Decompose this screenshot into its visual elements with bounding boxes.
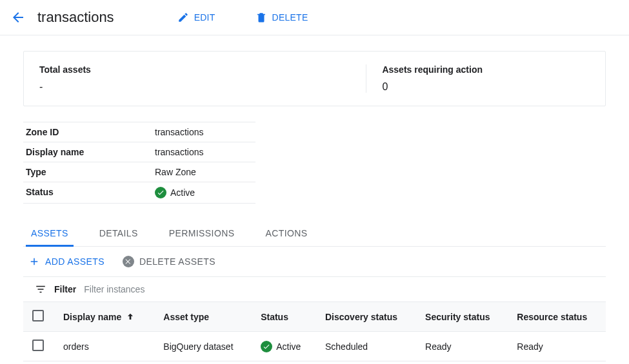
page-header: transactions EDIT DELETE (0, 0, 629, 35)
meta-key: Status (26, 187, 155, 198)
meta-val: Raw Zone (155, 167, 196, 177)
col-discovery-status[interactable]: Discovery status (316, 302, 416, 332)
add-assets-button[interactable]: ADD ASSETS (28, 256, 105, 267)
row-select-cell (23, 332, 54, 361)
col-display-name[interactable]: Display name (54, 302, 154, 332)
cell-status: Active (252, 332, 316, 361)
filter-icon (35, 283, 46, 295)
cell-discovery-status: Scheduled (316, 332, 416, 361)
edit-label: EDIT (194, 12, 215, 23)
col-resource-status[interactable]: Resource status (508, 302, 606, 332)
table-header-row: Display name Asset type Status Discovery… (23, 302, 606, 332)
select-all-cell (23, 302, 54, 332)
select-all-checkbox[interactable] (32, 310, 44, 321)
check-circle-icon (155, 187, 166, 198)
delete-label: DELETE (272, 12, 308, 23)
summary-action-value: 0 (382, 81, 590, 93)
meta-key: Type (26, 167, 155, 177)
content-area: Total assets - Assets requiring action 0… (0, 35, 629, 361)
cell-asset-type: BigQuery dataset (154, 332, 252, 361)
delete-button[interactable]: DELETE (249, 8, 315, 27)
filter-bar: Filter (23, 276, 606, 302)
delete-assets-label: DELETE ASSETS (139, 256, 215, 267)
summary-card: Total assets - Assets requiring action 0 (23, 51, 606, 106)
col-asset-type[interactable]: Asset type (154, 302, 252, 332)
page-title: transactions (37, 9, 114, 26)
add-assets-label: ADD ASSETS (45, 256, 105, 267)
tab-bar: ASSETS DETAILS PERMISSIONS ACTIONS (23, 222, 606, 247)
summary-total-value: - (39, 81, 350, 93)
pencil-icon (177, 12, 189, 23)
meta-key: Zone ID (26, 127, 155, 137)
summary-total-label: Total assets (39, 64, 350, 75)
meta-val: transactions (155, 127, 203, 137)
filter-input[interactable] (84, 284, 197, 294)
meta-val: Active (155, 187, 195, 198)
check-circle-icon (261, 341, 272, 352)
col-status[interactable]: Status (252, 302, 316, 332)
col-security-status[interactable]: Security status (416, 302, 508, 332)
meta-key: Display name (26, 147, 155, 157)
plus-icon (28, 256, 40, 267)
back-arrow-icon[interactable] (10, 10, 26, 25)
metadata-table: Zone ID transactions Display name transa… (23, 122, 255, 204)
cell-security-status: Ready (416, 332, 508, 361)
trash-icon (255, 12, 267, 23)
arrow-up-icon (125, 312, 135, 322)
meta-row-zone-id: Zone ID transactions (23, 122, 255, 142)
x-circle-icon (123, 256, 134, 267)
tab-details[interactable]: DETAILS (94, 222, 143, 247)
tab-assets[interactable]: ASSETS (26, 222, 74, 247)
cell-display-name[interactable]: orders (54, 332, 154, 361)
table-row: orders BigQuery dataset Active Scheduled… (23, 332, 606, 361)
summary-action: Assets requiring action 0 (366, 64, 605, 93)
row-checkbox[interactable] (32, 340, 44, 351)
meta-row-status: Status Active (23, 182, 255, 204)
summary-action-label: Assets requiring action (382, 64, 590, 75)
delete-assets-button[interactable]: DELETE ASSETS (123, 256, 215, 267)
tab-permissions[interactable]: PERMISSIONS (164, 222, 240, 247)
assets-toolbar: ADD ASSETS DELETE ASSETS (23, 247, 606, 276)
assets-table: Display name Asset type Status Discovery… (23, 302, 606, 361)
meta-val: transactions (155, 147, 203, 157)
meta-row-type: Type Raw Zone (23, 162, 255, 182)
filter-label: Filter (54, 284, 76, 294)
status-text: Active (170, 187, 195, 198)
tab-actions[interactable]: ACTIONS (260, 222, 312, 247)
meta-row-display-name: Display name transactions (23, 142, 255, 162)
summary-total: Total assets - (24, 64, 366, 93)
cell-resource-status: Ready (508, 332, 606, 361)
edit-button[interactable]: EDIT (171, 8, 222, 27)
